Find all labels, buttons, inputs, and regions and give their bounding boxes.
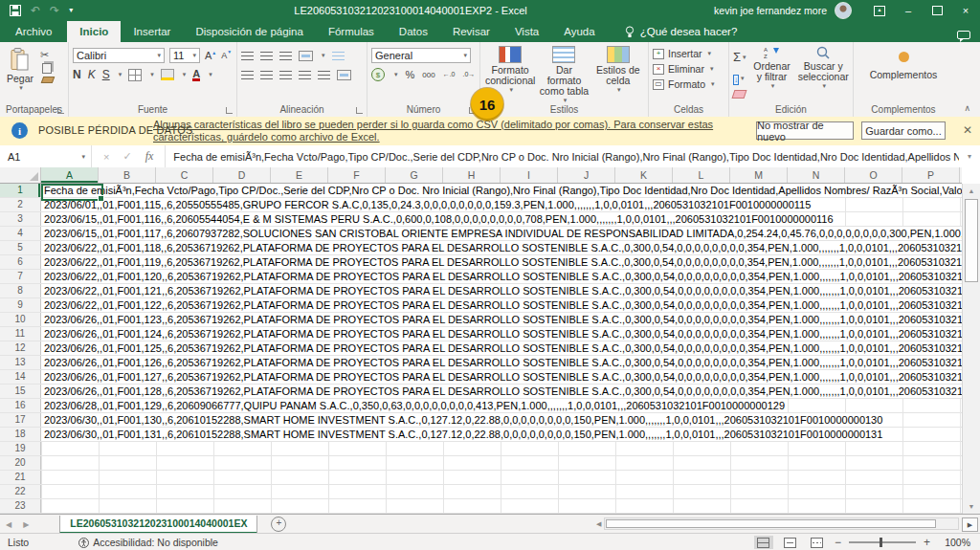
dialog-launcher-icon[interactable] [356, 107, 363, 114]
cancel-entry-icon[interactable]: × [103, 151, 109, 163]
row-cells[interactable]: 2023/06/30,,01,F001,131,,6,20610152288,S… [41, 428, 962, 441]
borders-icon[interactable] [128, 69, 142, 81]
grid-row[interactable]: 20 [0, 456, 962, 471]
row-cells[interactable]: 2023/06/22,,01,F001,120,,6,20536719262,P… [41, 270, 962, 283]
new-sheet-icon[interactable]: + [271, 517, 286, 532]
grid-row[interactable]: 122023/06/26,,01,F001,125,,6,20536719262… [0, 341, 962, 356]
row-cells[interactable]: 2023/06/22,,01,F001,118,,6,20536719262,P… [41, 241, 962, 254]
row-header-14[interactable]: 14 [0, 370, 41, 384]
column-header-K[interactable]: K [615, 167, 673, 183]
row-header-22[interactable]: 22 [0, 485, 41, 498]
delete-cells-button[interactable]: × Eliminar ▾ [653, 61, 724, 77]
row-cells[interactable] [41, 499, 962, 513]
font-name-select[interactable]: Calibri ▾ [73, 48, 165, 63]
page-layout-view-icon[interactable] [781, 536, 800, 549]
comma-style-icon[interactable]: 000 [422, 71, 434, 79]
tab-disposici-n-de-p-gina[interactable]: Disposición de página [183, 21, 316, 42]
tab-datos[interactable]: Datos [387, 21, 440, 42]
row-header-19[interactable]: 19 [0, 442, 41, 455]
scroll-up-icon[interactable]: ▲ [963, 184, 980, 198]
increase-font-icon[interactable]: A▲ [205, 50, 216, 61]
zoom-level[interactable]: 100% [938, 537, 970, 548]
row-header-10[interactable]: 10 [0, 313, 41, 326]
close-warning-icon[interactable]: ✕ [963, 123, 972, 137]
column-header-P[interactable]: P [902, 167, 960, 183]
tab-revisar[interactable]: Revisar [440, 21, 502, 42]
undo-icon[interactable]: ↶ [31, 0, 40, 21]
column-header-G[interactable]: G [386, 167, 443, 183]
minimize-button[interactable]: – [894, 0, 923, 21]
format-painter-icon[interactable] [41, 77, 56, 83]
row-header-23[interactable]: 23 [0, 499, 41, 513]
sort-filter-button[interactable]: AZ Ordenar y filtrar ▾ [750, 46, 794, 99]
grid-row[interactable]: 142023/06/26,,01,F001,127,,6,20536719262… [0, 370, 962, 385]
align-bottom-icon[interactable] [279, 52, 292, 60]
formula-content[interactable]: Fecha de emisiÃ³n,Fecha Vcto/Pago,Tipo C… [166, 151, 959, 163]
scroll-left-icon[interactable]: ◀ [593, 520, 604, 528]
vertical-scrollbar[interactable]: ▲ ▼ [962, 184, 980, 514]
grid-row[interactable]: 62023/06/22,,01,F001,119,,6,20536719262,… [0, 255, 962, 270]
accessibility-status[interactable]: Accesibilidad: No disponible [78, 537, 218, 548]
row-header-2[interactable]: 2 [0, 198, 41, 211]
dialog-launcher-icon[interactable] [226, 107, 233, 114]
next-sheet-icon[interactable]: ▶ [17, 520, 34, 529]
paste-button[interactable]: Pegar ▾ [4, 46, 36, 92]
row-cells[interactable]: 2023/06/22,,01,F001,119,,6,20536719262,P… [41, 255, 962, 269]
row-cells[interactable]: 2023/06/26,,01,F001,124,,6,20536719262,P… [41, 327, 962, 341]
grid-row[interactable]: 102023/06/26,,01,F001,123,,6,20536719262… [0, 313, 962, 327]
insert-function-icon[interactable]: fx [145, 149, 154, 164]
clear-icon[interactable] [732, 90, 747, 99]
row-header-4[interactable]: 4 [0, 227, 41, 240]
row-header-21[interactable]: 21 [0, 471, 41, 484]
cell-styles-button[interactable]: Estilos de celda ▾ [592, 46, 644, 104]
font-size-select[interactable]: 11 ▾ [169, 48, 200, 63]
row-header-6[interactable]: 6 [0, 255, 41, 269]
tab-archivo[interactable]: Archivo [0, 21, 67, 42]
grid-row[interactable]: 22023/06/01,,01,F001,115,,6,20550555485,… [0, 198, 962, 212]
row-cells[interactable]: 2023/06/22,,01,F001,121,,6,20536719262,P… [41, 284, 962, 297]
row-cells[interactable]: 2023/06/26,,01,F001,123,,6,20536719262,P… [41, 313, 962, 326]
scroll-right-icon[interactable]: ▶ [962, 517, 978, 532]
grid-row[interactable]: 112023/06/26,,01,F001,124,,6,20536719262… [0, 327, 962, 341]
tab-inicio[interactable]: Inicio [67, 21, 121, 42]
normal-view-icon[interactable] [754, 536, 773, 549]
page-break-view-icon[interactable] [808, 536, 827, 549]
row-header-20[interactable]: 20 [0, 456, 41, 470]
grid-row[interactable]: 172023/06/30,,01,F001,130,,6,20610152288… [0, 413, 962, 428]
row-header-15[interactable]: 15 [0, 385, 41, 398]
row-header-16[interactable]: 16 [0, 399, 41, 412]
column-header-J[interactable]: J [558, 167, 615, 183]
column-header-H[interactable]: H [443, 167, 501, 183]
underline-button[interactable]: S [102, 68, 110, 81]
grid-row[interactable]: 162023/06/28,,01,F001,129,,6,20609066777… [0, 399, 962, 413]
grid-row[interactable]: 52023/06/22,,01,F001,118,,6,20536719262,… [0, 241, 962, 255]
account-name[interactable]: kevin joe fernandez more [706, 5, 835, 16]
row-cells[interactable]: 2023/06/26,,01,F001,128,,6,20536719262,P… [41, 385, 962, 398]
number-format-select[interactable]: General ▾ [371, 48, 471, 63]
row-cells[interactable]: 2023/06/15,,01,F001,117,,6,20607937282,S… [41, 227, 962, 240]
align-top-icon[interactable] [241, 52, 254, 60]
restore-button[interactable] [923, 0, 951, 21]
row-header-7[interactable]: 7 [0, 270, 41, 283]
row-header-11[interactable]: 11 [0, 327, 41, 341]
grid-row[interactable]: 42023/06/15,,01,F001,117,,6,20607937282,… [0, 227, 962, 241]
fill-icon[interactable]: ↓▾ [733, 69, 746, 86]
font-color-icon[interactable]: A [192, 69, 200, 81]
sheet-tab[interactable]: LE206053103212023100014040001EX [59, 516, 257, 534]
column-header-E[interactable]: E [271, 167, 328, 183]
dont-show-again-button[interactable]: No mostrar de nuevo [756, 121, 854, 140]
fill-color-icon[interactable] [161, 69, 174, 80]
row-cells[interactable]: 2023/06/26,,01,F001,127,,6,20536719262,P… [41, 370, 962, 384]
dialog-launcher-icon[interactable] [57, 107, 64, 114]
orientation-icon[interactable] [299, 51, 313, 61]
expand-formula-bar-icon[interactable]: ▾ [959, 152, 980, 161]
tab-insertar[interactable]: Insertar [121, 21, 183, 42]
zoom-in-icon[interactable]: + [924, 536, 930, 549]
grid-row[interactable]: 72023/06/22,,01,F001,120,,6,20536719262,… [0, 270, 962, 284]
align-left-icon[interactable] [241, 71, 254, 79]
cut-icon[interactable]: ✂ [40, 50, 54, 60]
row-cells[interactable]: 2023/06/30,,01,F001,130,,6,20610152288,S… [41, 413, 962, 427]
wrap-text-icon[interactable] [332, 52, 345, 60]
confirm-entry-icon[interactable]: ✓ [122, 150, 131, 163]
row-cells[interactable]: 2023/06/26,,01,F001,125,,6,20536719262,P… [41, 341, 962, 355]
